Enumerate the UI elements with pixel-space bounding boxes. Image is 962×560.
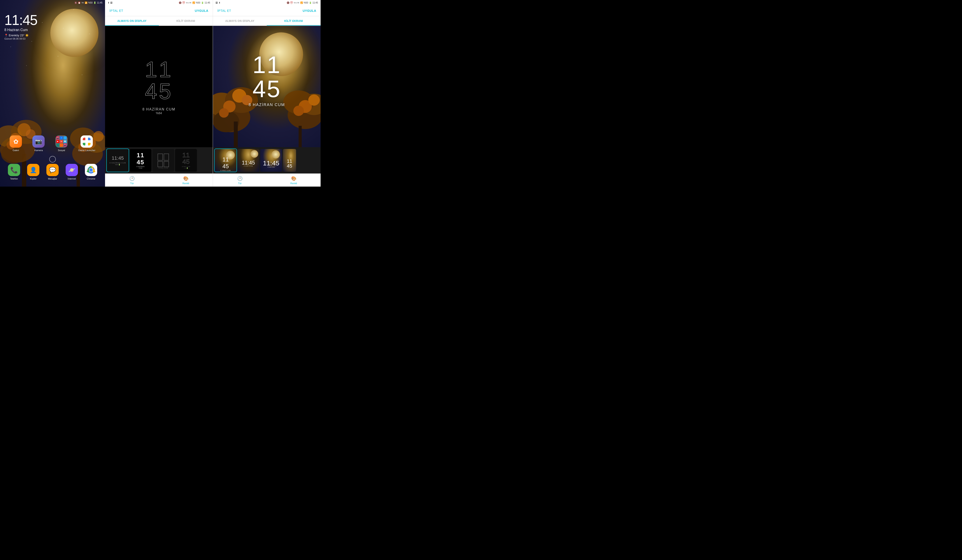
svg-point-39 [223, 100, 236, 113]
home-clock: 11:45 [97, 2, 102, 4]
lock-renkli-icon: 🎨 [291, 176, 297, 181]
aod-battery-icon: 🔋 [201, 2, 204, 4]
aod-thumb-3[interactable]: 8 HAZ CUM [152, 149, 174, 172]
dock-kisiler[interactable]: 👤 Kişiler [27, 164, 39, 180]
aod-nav-renkli[interactable]: 🎨 Renkli [159, 174, 213, 187]
lock-nav-tur[interactable]: 🕐 Tür [213, 174, 267, 187]
lock-thumb-strip: 1145 8 HAZ CUM 11:45 8 HAZ CUM 11:45 8 H… [213, 147, 321, 174]
battery-text: %50 [88, 2, 92, 4]
aod-alarm-icon: ⏰ [182, 2, 185, 4]
lock-time-display: 11:45 [313, 2, 318, 4]
app-sosyal[interactable]: 📸 f t ▶ M 💬 📞 🔖 📸 Sosyal [55, 135, 68, 151]
lock-image-icon: 🖼 [216, 2, 218, 4]
renkli-label: Renkli [182, 182, 189, 185]
kisiler-label: Kişiler [30, 177, 37, 180]
mesajlar-label: Mesajlar [48, 177, 57, 180]
home-dock: 📞 Telefon 👤 Kişiler 💬 Mesajlar 🪐 İnterne… [0, 164, 105, 180]
galeri-icon: ✿ [10, 135, 22, 148]
aod-clock: 11 45 8 HAZİRAN CUM %84 [142, 58, 175, 115]
svg-text:8 HAZ CUM: 8 HAZ CUM [158, 167, 168, 169]
home-update-time: Güncel 08.06 09:53 [4, 37, 37, 40]
chrome-label: Chrome [87, 177, 95, 180]
lock-thumb-1[interactable]: 1145 8 HAZ CUM [215, 149, 237, 172]
lock-cancel-button[interactable]: İPTAL ET [217, 9, 231, 13]
dock-mesajlar[interactable]: 💬 Mesajlar [47, 164, 59, 180]
sosyal-folder: 📸 f t ▶ M 💬 📞 🔖 📸 [55, 135, 68, 148]
lock-apply-button[interactable]: UYGULA [303, 9, 316, 13]
lock-preview-date: 8 HAZİRAN CUM [249, 103, 285, 107]
aod-preview-date: 8 HAZİRAN CUM [142, 108, 175, 111]
aod-cancel-button[interactable]: İPTAL ET [110, 9, 123, 13]
home-app-grid: ✿ Galeri 📷 Kamera 📸 f t ▶ M 💬 📞 🔖 📸 [0, 135, 105, 151]
galeri-label: Galeri [13, 149, 19, 151]
aod-thumb2-time: 1145 [137, 152, 145, 166]
kamera-label: Kamera [34, 149, 43, 151]
svg-rect-22 [82, 140, 91, 143]
lock-thumb1-time: 1145 [221, 156, 231, 170]
aod-thumb-strip: 11:45 8 HAZİRAN CUM %84 🔋 1145 8 HAZİRAN… [105, 147, 213, 174]
aod-nav-tur[interactable]: 🕐 Tür [105, 174, 159, 187]
lock-thumb-3[interactable]: 11:45 8 HAZ CUM [260, 149, 282, 172]
lock-mute-icon: 🔇 [287, 2, 289, 4]
svg-rect-46 [234, 121, 238, 147]
lock-tur-label: Tür [238, 182, 242, 185]
lock-download-icon: ⬇ [219, 2, 220, 4]
lock-thumb-4[interactable]: 1145 [283, 149, 296, 172]
lock-lte-icon: Vo LTE [294, 2, 299, 4]
aod-thumb-2[interactable]: 1145 8 HAZİRANCUM [129, 149, 152, 172]
app-kamera[interactable]: 📷 Kamera [32, 135, 45, 151]
aod-tab-bar: ALWAYS ON DİSPLAY KİLİT EKRANI [105, 16, 213, 26]
svg-point-37 [301, 93, 321, 115]
telefon-icon: 📞 [8, 164, 20, 176]
aod-thumb1-batt: %84 🔋 [115, 164, 121, 166]
aod-preview-time: 11 45 [145, 58, 173, 102]
home-status-bar: 🔇 ⏰ Vo 📶 %50 🔋 11:45 [0, 0, 105, 5]
tab-aod-always-on[interactable]: ALWAYS ON DİSPLAY [105, 16, 159, 26]
aod-status-right: 🔇 ⏰ Vo LTE 📶 %50 🔋 11:45 [179, 2, 210, 4]
lock-status-bar: 🖼 ⬇ 🔇 ⏰ Vo LTE 📶 %50 🔋 11:45 [213, 0, 321, 5]
lock-thumb-2[interactable]: 11:45 8 HAZ CUM [237, 149, 259, 172]
svg-point-43 [299, 100, 312, 113]
tab-lock-kilit[interactable]: KİLİT EKRANI [267, 16, 321, 26]
aod-thumb-4[interactable]: 1145 8 HAZ CUM %84🔋 [175, 149, 197, 172]
tab-lock-always-on[interactable]: ALWAYS ON DİSPLAY [213, 16, 267, 26]
lock-thumb1-date: 8 HAZ CUM [221, 170, 231, 171]
aod-thumb1-date: 8 HAZİRAN CUM [110, 162, 126, 164]
home-location: 📍 Erenköy 23° ☀️ [4, 34, 37, 37]
dock-internet[interactable]: 🪐 İnternet [66, 164, 78, 180]
aod-apply-button[interactable]: UYGULA [195, 9, 208, 13]
battery-icon: 🔋 [94, 2, 96, 4]
alarm-icon: ⏰ [78, 2, 81, 4]
game-label: Game Launcher [78, 149, 95, 151]
tab-aod-kilit[interactable]: KİLİT EKRANI [159, 16, 213, 26]
panel-lock: 🖼 ⬇ 🔇 ⏰ Vo LTE 📶 %50 🔋 11:45 İPTAL ET UY… [213, 0, 321, 187]
aod-thumb-1[interactable]: 11:45 8 HAZİRAN CUM %84 🔋 [107, 149, 129, 172]
svg-point-33 [213, 93, 236, 116]
app-galeri[interactable]: ✿ Galeri [10, 135, 22, 151]
aod-time: 11:45 [205, 2, 210, 4]
aod-header: İPTAL ET UYGULA [105, 5, 213, 16]
mesajlar-icon: 💬 [47, 164, 59, 176]
internet-icon: 🪐 [66, 164, 78, 176]
home-clock-widget: 11:45 8 Haziran Cum 📍 Erenköy 23° ☀️ Gün… [4, 13, 37, 40]
lock-bottom-nav: 🕐 Tür 🎨 Renkli [213, 174, 321, 187]
app-game[interactable]: Game Launcher [78, 135, 95, 151]
signal-icon: 📶 [85, 2, 87, 4]
lock-header: İPTAL ET UYGULA [213, 5, 321, 16]
dock-chrome[interactable]: Chrome [85, 164, 97, 180]
aod-preview: 11 45 8 HAZİRAN CUM %84 [105, 26, 213, 147]
home-screen: 🔇 ⏰ Vo 📶 %50 🔋 11:45 11:45 8 Haziran Cum… [0, 0, 105, 187]
aod-download-icon: ⬇ [108, 2, 110, 4]
aod-thumb2-sub: 8 HAZİRANCUM [137, 166, 145, 169]
weather-temp: 23° [20, 34, 24, 37]
kamera-icon: 📷 [32, 135, 45, 148]
dock-telefon[interactable]: 📞 Telefon [8, 164, 20, 180]
home-time: 11:45 [4, 13, 37, 27]
lock-preview-time: 11 45 [253, 53, 281, 101]
home-indicator[interactable] [49, 156, 56, 163]
mute-icon: 🔇 [74, 2, 77, 4]
lock-nav-renkli[interactable]: 🎨 Renkli [267, 174, 321, 187]
internet-label: İnternet [68, 177, 76, 180]
panel-aod: ⬇ 🖼 🔇 ⏰ Vo LTE 📶 %50 🔋 11:45 İPTAL ET UY… [105, 0, 213, 187]
svg-rect-28 [164, 154, 169, 160]
